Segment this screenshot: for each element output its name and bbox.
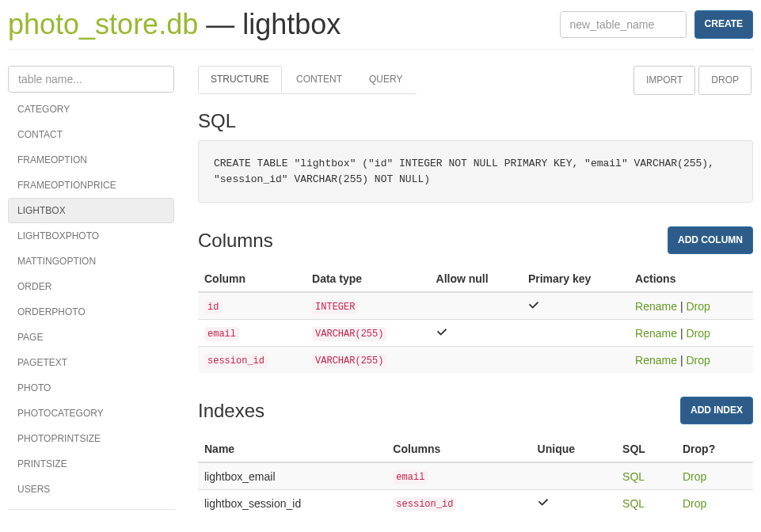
sidebar-item-mattingoption[interactable]: MATTINGOPTION xyxy=(8,249,174,274)
col-header-actions: Actions xyxy=(629,266,753,292)
col-header-pk: Primary key xyxy=(522,266,629,292)
tabs-left: STRUCTURE CONTENT QUERY xyxy=(198,66,417,94)
col-pk xyxy=(522,347,629,374)
create-table-button[interactable]: CREATE xyxy=(694,10,753,38)
sidebar-item-page[interactable]: PAGE xyxy=(8,325,174,350)
table-row: emailVARCHAR(255)Rename | Drop xyxy=(198,320,753,347)
tabs-right: IMPORT DROP xyxy=(634,66,753,94)
col-header-allownull: Allow null xyxy=(430,266,522,292)
idx-sql-link[interactable]: SQL xyxy=(622,470,645,483)
idx-drop-link[interactable]: Drop xyxy=(683,497,706,510)
idx-header-columns: Columns xyxy=(386,436,531,462)
col-rename-link[interactable]: Rename xyxy=(635,354,677,367)
sql-well: CREATE TABLE "lightbox" ("id" INTEGER NO… xyxy=(198,140,753,203)
table-row: lightbox_session_idsession_idSQLDrop xyxy=(198,490,753,517)
col-null xyxy=(430,320,522,347)
sidebar-item-photo[interactable]: PHOTO xyxy=(8,375,174,401)
idx-header-drop: Drop? xyxy=(676,436,753,462)
tab-query[interactable]: QUERY xyxy=(356,66,415,93)
tab-drop[interactable]: DROP xyxy=(698,66,751,95)
col-drop-link[interactable]: Drop xyxy=(686,300,710,313)
toolbar: STRUCTURE CONTENT QUERY IMPORT DROP xyxy=(198,66,753,94)
table-row: lightbox_emailemailSQLDrop xyxy=(198,462,753,490)
columns-table: Column Data type Allow null Primary key … xyxy=(198,266,753,373)
indexes-table: Name Columns Unique SQL Drop? lightbox_e… xyxy=(198,436,753,516)
col-pk xyxy=(522,292,629,320)
add-index-button[interactable]: ADD INDEX xyxy=(680,397,753,424)
sidebar-item-lightbox[interactable]: LIGHTBOX xyxy=(8,198,174,223)
table-row: idINTEGERRename | Drop xyxy=(198,292,753,320)
sidebar-item-photoprintsize[interactable]: PHOTOPRINTSIZE xyxy=(8,426,174,451)
col-drop-link[interactable]: Drop xyxy=(686,354,710,367)
sidebar-item-category[interactable]: CATEGORY xyxy=(8,97,174,122)
main-content: STRUCTURE CONTENT QUERY IMPORT DROP SQL … xyxy=(198,66,753,517)
col-null xyxy=(430,292,522,320)
idx-cols: email xyxy=(393,470,428,484)
idx-unique xyxy=(531,490,617,517)
sidebar-item-users[interactable]: USERS xyxy=(8,477,174,502)
col-rename-link[interactable]: Rename xyxy=(635,327,677,340)
idx-name: lightbox_email xyxy=(198,462,386,490)
check-icon xyxy=(528,299,539,310)
new-table-input[interactable] xyxy=(560,11,687,38)
sidebar-item-printsize[interactable]: PRINTSIZE xyxy=(8,451,174,477)
sidebar: CATEGORYCONTACTFRAMEOPTIONFRAMEOPTIONPRI… xyxy=(8,66,174,517)
col-null xyxy=(430,347,522,374)
idx-header-unique: Unique xyxy=(531,436,617,462)
tab-structure[interactable]: STRUCTURE xyxy=(198,66,282,93)
table-list: CATEGORYCONTACTFRAMEOPTIONFRAMEOPTIONPRI… xyxy=(8,97,174,502)
check-icon xyxy=(436,326,447,337)
db-name-link[interactable]: photo_store.db xyxy=(8,8,198,40)
col-header-datatype: Data type xyxy=(306,266,429,292)
sidebar-item-photocategory[interactable]: PHOTOCATEGORY xyxy=(8,401,174,426)
col-type: INTEGER xyxy=(312,300,358,314)
col-header-column: Column xyxy=(198,266,306,292)
add-column-button[interactable]: ADD COLUMN xyxy=(668,226,753,254)
idx-unique xyxy=(531,462,617,490)
idx-sql-link[interactable]: SQL xyxy=(622,497,645,510)
columns-heading: Columns xyxy=(198,230,273,252)
col-pk xyxy=(522,320,629,347)
indexes-heading: Indexes xyxy=(198,400,264,422)
sidebar-divider xyxy=(8,509,174,510)
col-rename-link[interactable]: Rename xyxy=(635,300,677,313)
sidebar-item-frameoptionprice[interactable]: FRAMEOPTIONPRICE xyxy=(8,173,174,198)
idx-header-name: Name xyxy=(198,436,386,462)
idx-name: lightbox_session_id xyxy=(198,490,386,517)
col-name: id xyxy=(204,300,222,314)
page-header: photo_store.db — lightbox CREATE xyxy=(8,8,753,50)
sidebar-item-frameoption[interactable]: FRAMEOPTION xyxy=(8,147,174,173)
sidebar-item-lightboxphoto[interactable]: LIGHTBOXPHOTO xyxy=(8,223,174,249)
table-name: lightbox xyxy=(242,8,341,40)
idx-header-sql: SQL xyxy=(616,436,676,462)
table-row: session_idVARCHAR(255)Rename | Drop xyxy=(198,347,753,374)
sql-heading: SQL xyxy=(198,110,753,132)
col-type: VARCHAR(255) xyxy=(312,327,386,341)
sidebar-item-contact[interactable]: CONTACT xyxy=(8,122,174,147)
sidebar-item-orderphoto[interactable]: ORDERPHOTO xyxy=(8,299,174,325)
page-title: photo_store.db — lightbox xyxy=(8,8,341,41)
idx-drop-link[interactable]: Drop xyxy=(683,470,706,483)
table-filter-input[interactable] xyxy=(8,66,174,93)
col-drop-link[interactable]: Drop xyxy=(686,327,710,340)
sidebar-item-pagetext[interactable]: PAGETEXT xyxy=(8,350,174,375)
sidebar-item-order[interactable]: ORDER xyxy=(8,274,174,299)
check-icon xyxy=(538,496,549,507)
tab-content[interactable]: CONTENT xyxy=(283,66,355,93)
col-name: session_id xyxy=(204,354,268,368)
col-name: email xyxy=(204,327,239,341)
tab-import[interactable]: IMPORT xyxy=(634,66,695,95)
create-table-form: CREATE xyxy=(560,10,753,38)
idx-cols: session_id xyxy=(393,497,456,511)
col-type: VARCHAR(255) xyxy=(312,354,386,368)
